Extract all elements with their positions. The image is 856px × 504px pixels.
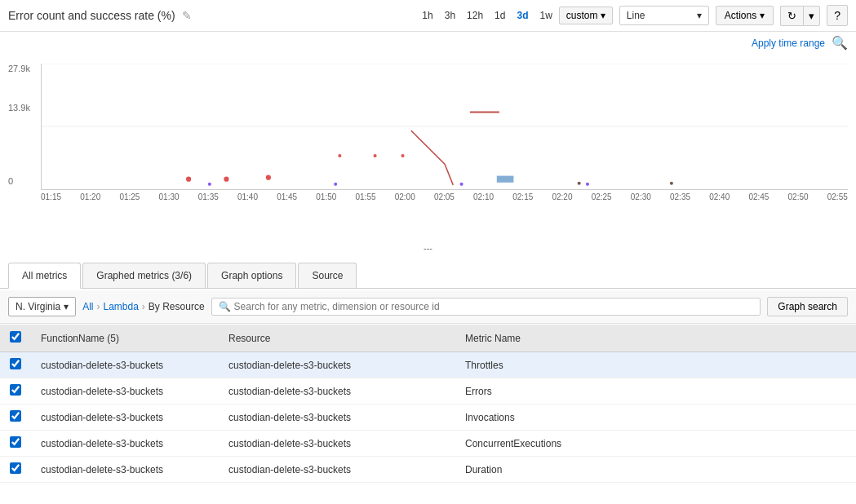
x-label-0115: 01:15 — [41, 192, 61, 201]
time-btn-1d[interactable]: 1d — [490, 7, 510, 24]
col-resource: Resource — [219, 325, 455, 352]
svg-point-13 — [586, 183, 589, 186]
refresh-button[interactable]: ↻ — [780, 6, 803, 26]
row-1-resource: custodian-delete-s3-buckets — [219, 352, 455, 378]
svg-point-4 — [266, 175, 271, 180]
x-label-0140: 01:40 — [237, 192, 258, 201]
refresh-group: ↻ ▾ — [780, 6, 820, 26]
x-label-0235: 02:35 — [670, 192, 690, 201]
search-icon: 🔍 — [219, 301, 231, 312]
svg-point-10 — [208, 183, 211, 186]
row-5-fn: custodian-delete-s3-buckets — [31, 457, 219, 483]
chart-svg — [42, 64, 848, 189]
tab-graphed-metrics[interactable]: Graphed metrics (3/6) — [82, 263, 206, 288]
row-2-checkbox[interactable] — [10, 384, 21, 396]
breadcrumb-all[interactable]: All — [82, 301, 93, 312]
x-label-0255: 02:55 — [827, 192, 848, 201]
header: Error count and success rate (%) ✎ 1h 3h… — [0, 0, 856, 32]
apply-bar: Apply time range 🔍 — [0, 32, 856, 54]
region-label: N. Virginia — [16, 301, 60, 312]
x-label-0230: 02:30 — [631, 192, 651, 201]
tooltip-area: --- — [0, 243, 856, 256]
graph-search-label: Graph search — [778, 301, 837, 312]
x-label-0220: 02:20 — [552, 192, 572, 201]
row-1-fn: custodian-delete-s3-buckets — [31, 352, 219, 378]
help-button[interactable]: ? — [827, 5, 848, 26]
row-5-metric: Duration — [455, 457, 856, 483]
row-4-fn: custodian-delete-s3-buckets — [31, 431, 219, 457]
svg-point-15 — [670, 182, 673, 185]
x-label-0225: 02:25 — [592, 192, 612, 201]
row-1-checkbox[interactable] — [10, 358, 21, 369]
toolbar: N. Virginia ▾ All › Lambda › By Resource… — [0, 290, 856, 324]
table-header-row: FunctionName (5) Resource Metric Name — [0, 325, 856, 352]
graph-search-button[interactable]: Graph search — [767, 297, 848, 316]
row-2-metric: Errors — [455, 378, 856, 405]
row-4-metric: ConcurrentExecutions — [455, 431, 856, 457]
svg-point-2 — [186, 177, 191, 182]
breadcrumb: All › Lambda › By Resource — [82, 301, 204, 312]
select-all-checkbox[interactable] — [10, 331, 21, 343]
metrics-table: FunctionName (5) Resource Metric Name cu… — [0, 325, 856, 483]
x-axis-labels: 01:15 01:20 01:25 01:30 01:35 01:40 01:4… — [41, 190, 848, 201]
x-label-0200: 02:00 — [395, 192, 415, 201]
col-metricname: Metric Name — [455, 325, 856, 352]
edit-icon[interactable]: ✎ — [182, 9, 192, 22]
chart-type-arrow: ▾ — [697, 10, 702, 21]
tab-all-metrics[interactable]: All metrics — [8, 263, 81, 289]
time-btn-1w[interactable]: 1w — [534, 7, 557, 24]
metric-search-box[interactable]: 🔍 — [211, 298, 761, 316]
col-checkbox — [0, 325, 31, 352]
time-btn-3h[interactable]: 3h — [440, 7, 460, 24]
row-3-metric: Invocations — [455, 405, 856, 431]
tab-source[interactable]: Source — [298, 263, 357, 288]
row-3-check-cell — [0, 405, 31, 431]
region-button[interactable]: N. Virginia ▾ — [8, 297, 76, 316]
x-label-0145: 01:45 — [277, 192, 297, 201]
tab-graph-options[interactable]: Graph options — [207, 263, 296, 288]
tooltip-text: --- — [424, 243, 432, 253]
svg-point-12 — [460, 183, 463, 186]
chart-type-dropdown[interactable]: Line ▾ — [619, 6, 709, 25]
col-functionname: FunctionName (5) — [31, 325, 219, 352]
search-icon[interactable]: 🔍 — [832, 35, 848, 51]
actions-button[interactable]: Actions ▾ — [716, 6, 774, 25]
row-2-check-cell — [0, 378, 31, 405]
time-btn-12h[interactable]: 12h — [462, 7, 488, 24]
row-5-checkbox[interactable] — [10, 462, 21, 474]
y-max-label: 27.9k — [8, 64, 30, 73]
svg-rect-6 — [497, 176, 514, 183]
x-label-0125: 01:25 — [119, 192, 140, 201]
row-3-fn: custodian-delete-s3-buckets — [31, 405, 219, 431]
chart-type-label: Line — [627, 10, 645, 21]
table-row: custodian-delete-s3-buckets custodian-de… — [0, 405, 856, 431]
apply-time-range-link[interactable]: Apply time range — [752, 38, 825, 49]
actions-arrow: ▾ — [760, 10, 765, 21]
metrics-table-container: FunctionName (5) Resource Metric Name cu… — [0, 325, 856, 504]
svg-point-14 — [578, 182, 581, 185]
breadcrumb-sep-1: › — [96, 301, 100, 312]
time-btn-custom[interactable]: custom ▾ — [559, 7, 613, 24]
x-label-0120: 01:20 — [80, 192, 100, 201]
breadcrumb-sep-2: › — [142, 301, 145, 312]
actions-group: Actions ▾ — [716, 6, 774, 25]
x-label-0155: 01:55 — [356, 192, 376, 201]
x-label-0245: 02:45 — [748, 192, 769, 201]
table-row: custodian-delete-s3-buckets custodian-de… — [0, 457, 856, 483]
refresh-dropdown-button[interactable]: ▾ — [803, 6, 820, 26]
row-3-checkbox[interactable] — [10, 410, 21, 422]
time-btn-3d[interactable]: 3d — [512, 7, 533, 24]
breadcrumb-lambda[interactable]: Lambda — [103, 301, 138, 312]
x-label-0205: 02:05 — [434, 192, 455, 201]
page-title: Error count and success rate (%) — [8, 9, 175, 22]
row-4-resource: custodian-delete-s3-buckets — [219, 431, 455, 457]
row-2-fn: custodian-delete-s3-buckets — [31, 378, 219, 405]
row-3-resource: custodian-delete-s3-buckets — [219, 405, 455, 431]
row-4-check-cell — [0, 431, 31, 457]
row-5-resource: custodian-delete-s3-buckets — [219, 457, 455, 483]
table-body: custodian-delete-s3-buckets custodian-de… — [0, 352, 856, 483]
svg-point-9 — [401, 154, 404, 157]
row-4-checkbox[interactable] — [10, 436, 21, 448]
search-input[interactable] — [234, 301, 754, 312]
time-btn-1h[interactable]: 1h — [417, 7, 437, 24]
